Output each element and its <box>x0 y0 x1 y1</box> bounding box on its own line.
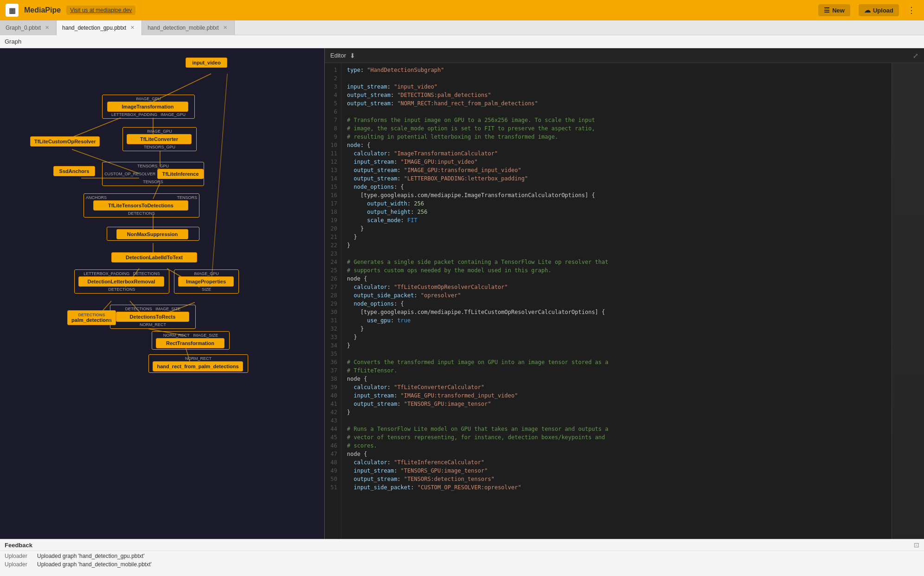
feedback-header: Feedback ⊡ <box>0 539 924 551</box>
editor-panel-close[interactable]: ⤢ <box>913 52 918 59</box>
node-image-properties-container: IMAGE_GPU ImageProperties SIZE <box>174 269 239 294</box>
tab-label: hand_detection_mobile.pbtxt <box>148 25 218 31</box>
tab-close-hand-gpu[interactable]: ✕ <box>129 24 136 31</box>
node-image-transformation[interactable]: ImageTransformation <box>107 102 188 112</box>
node-image-properties[interactable]: ImageProperties <box>178 276 234 287</box>
node-tflite-tensors-to-detections[interactable]: TfLiteTensorsToDetections <box>93 200 188 211</box>
node-tflite-inference-container: TENSORS_GPU CUSTOM_OP_RESOLVER TfLiteInf… <box>102 162 204 186</box>
editor-scrollbar[interactable] <box>892 63 924 539</box>
tab-graph0[interactable]: Graph_0.pbtxt ✕ <box>0 20 57 35</box>
editor-title: Editor <box>330 52 346 59</box>
log-source: Uploader <box>5 553 32 559</box>
node-tensors-to-detections-container: ANCHORSTENSORS TfLiteTensorsToDetections… <box>83 193 199 218</box>
app-name: MediaPipe <box>24 6 61 14</box>
tab-hand-detection-mobile[interactable]: hand_detection_mobile.pbtxt ✕ <box>142 20 234 35</box>
tab-hand-detection-gpu[interactable]: hand_detection_gpu.pbtxt ✕ <box>57 20 142 35</box>
subtoolbar: Graph <box>0 35 924 48</box>
svg-line-16 <box>211 74 227 287</box>
upload-button[interactable]: ☁ Upload <box>859 4 899 16</box>
graph-panel: ⊡ <box>0 48 325 539</box>
node-rect-transformation-container: NORM_RECT IMAGE_SIZE RectTransformation <box>152 331 230 350</box>
upload-icon: ☁ <box>864 6 871 14</box>
logo-icon: ▦ <box>6 4 19 17</box>
node-non-max-suppression-container: NonMaxSuppression <box>107 227 199 241</box>
log-message: Uploaded graph 'hand_detection_mobile.pb… <box>37 561 152 568</box>
tab-close-graph0[interactable]: ✕ <box>44 24 51 31</box>
editor-header: Editor ⬇ ⤢ <box>325 48 924 63</box>
node-tflite-converter[interactable]: TfLiteConverter <box>127 134 192 144</box>
node-palm-detections[interactable]: DETECTIONS palm_detections <box>67 310 116 325</box>
menu-icon: ☰ <box>824 6 830 14</box>
more-options-button[interactable]: ⋮ <box>905 3 918 17</box>
line-numbers: 1234567891011121314151617181920212223242… <box>325 63 341 539</box>
feedback-bar: Feedback ⊡ Uploader Uploaded graph 'hand… <box>0 539 924 576</box>
graph-label: Graph <box>5 38 21 45</box>
tab-label: hand_detection_gpu.pbtxt <box>62 25 126 31</box>
header: ▦ MediaPipe Visit us at mediapipe.dev ☰ … <box>0 0 924 20</box>
new-button[interactable]: ☰ New <box>818 4 850 16</box>
node-hand-rect-from-palm-detections[interactable]: hand_rect_from_palm_detections <box>153 361 243 371</box>
log-row: Uploader Uploaded graph 'hand_detection_… <box>0 560 924 569</box>
log-message: Uploaded graph 'hand_detection_gpu.pbtxt… <box>37 553 144 559</box>
svg-line-2 <box>72 118 121 137</box>
node-rect-transformation[interactable]: RectTransformation <box>156 338 225 348</box>
node-detections-to-rects-container: DETECTIONS IMAGE_SIZE DetectionsToRects … <box>110 305 196 329</box>
node-detection-letterbox-removal-container: LETTERBOX_PADDING DETECTIONS DetectionLe… <box>74 269 169 294</box>
log-row: Uploader Uploaded graph 'hand_detection_… <box>0 552 924 560</box>
node-tflite-inference[interactable]: TfLiteInference <box>157 169 204 179</box>
tab-close-hand-mobile[interactable]: ✕ <box>222 24 229 31</box>
node-hand-rect-container: NORM_RECT hand_rect_from_palm_detections <box>148 354 248 373</box>
new-label: New <box>832 7 845 14</box>
node-detection-label-id-to-text[interactable]: DetectionLabelIdToText <box>111 252 197 262</box>
tab-label: Graph_0.pbtxt <box>6 25 41 31</box>
node-detections-to-rects[interactable]: DetectionsToRects <box>116 312 189 322</box>
node-detection-letterbox-removal[interactable]: DetectionLetterboxRemoval <box>78 276 164 287</box>
download-icon[interactable]: ⬇ <box>350 52 355 59</box>
code-editor[interactable]: type: "HandDetectionSubgraph" input_stre… <box>341 63 892 539</box>
node-tflite-custom-op-resolver[interactable]: TfLiteCustomOpResolver <box>30 136 100 147</box>
node-image-transformation-container: IMAGE_GPU ImageTransformation LETTERBOX_… <box>102 95 195 119</box>
visit-link[interactable]: Visit us at mediapipe.dev <box>66 6 135 15</box>
upload-label: Upload <box>873 7 893 14</box>
node-non-max-suppression[interactable]: NonMaxSuppression <box>116 229 188 239</box>
graph-connections-svg <box>0 48 324 539</box>
editor-panel: Editor ⬇ ⤢ 12345678910111213141516171819… <box>325 48 924 539</box>
node-input-video[interactable]: input_video <box>186 58 227 68</box>
tabs-bar: Graph_0.pbtxt ✕ hand_detection_gpu.pbtxt… <box>0 20 924 35</box>
log-source: Uploader <box>5 561 32 568</box>
editor-content[interactable]: 1234567891011121314151617181920212223242… <box>325 63 924 539</box>
main-content: ⊡ <box>0 48 924 539</box>
feedback-title: Feedback <box>5 542 32 549</box>
graph-canvas[interactable]: input_video IMAGE_GPU ImageTransformatio… <box>0 48 324 539</box>
node-ssd-anchors[interactable]: SsdAnchors <box>53 166 95 176</box>
feedback-close-button[interactable]: ⊡ <box>914 541 919 549</box>
node-tflite-converter-container: IMAGE_GPU TfLiteConverter TENSORS_GPU <box>122 127 197 151</box>
feedback-log: Uploader Uploaded graph 'hand_detection_… <box>0 551 924 576</box>
